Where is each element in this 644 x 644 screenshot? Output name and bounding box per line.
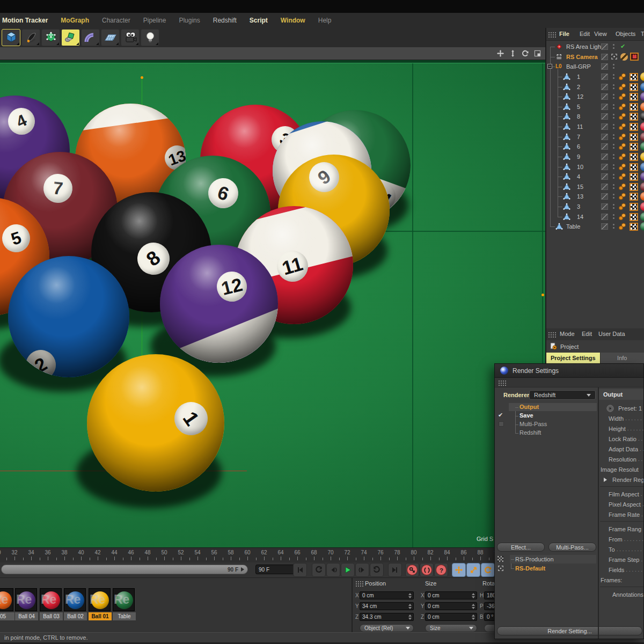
size-z-field[interactable]: 0 cm (425, 613, 477, 621)
uvw-tag[interactable] (630, 193, 638, 201)
phong-tag-icon[interactable] (618, 113, 626, 121)
rs-tree-multi-pass[interactable]: Multi-Pass (519, 421, 547, 427)
material-tag[interactable] (640, 72, 644, 81)
rotation-p-field[interactable]: -36 (484, 602, 494, 610)
target-icon[interactable] (497, 565, 504, 572)
rs-preset-rs-default[interactable]: RS-Default (515, 565, 545, 572)
pan-view-button[interactable] (496, 49, 505, 58)
goto-prev-key-button[interactable] (312, 563, 326, 577)
material-tag[interactable] (640, 122, 644, 131)
size-x-field[interactable]: 0 cm (425, 591, 477, 599)
rs-row-image-resolut[interactable]: Image Resolut (599, 464, 644, 474)
phong-tag-icon[interactable] (618, 143, 626, 151)
dot-toggles[interactable] (613, 142, 614, 150)
goto-start-button[interactable] (293, 563, 307, 577)
visibility-toggle[interactable] (601, 74, 608, 80)
camera-tag[interactable] (630, 53, 639, 61)
model-tool-button[interactable] (41, 29, 60, 46)
dot-toggles[interactable] (613, 122, 614, 130)
dot-toggles[interactable] (613, 222, 614, 230)
camera-tool-button[interactable] (121, 29, 140, 46)
visibility-toggle[interactable] (601, 203, 608, 210)
uvw-tag[interactable] (630, 123, 638, 131)
maximize-view-button[interactable] (533, 49, 542, 58)
uvw-tag[interactable] (630, 213, 638, 221)
material-tag[interactable] (640, 112, 644, 121)
visibility-toggle[interactable] (601, 113, 608, 120)
material-tag[interactable] (640, 142, 644, 151)
rs-tree-redshift[interactable]: Redshift (519, 429, 541, 436)
material-label-ball-02[interactable]: Ball 02 (64, 612, 87, 620)
target-icon[interactable] (611, 53, 618, 60)
object-row-6[interactable]: 6 (546, 142, 644, 151)
material-tag[interactable] (640, 213, 644, 221)
phong-tag-icon[interactable] (618, 133, 626, 141)
field-stepper[interactable] (472, 593, 475, 598)
material-tag[interactable] (640, 92, 644, 101)
position-x-field[interactable]: 0 cm (360, 591, 414, 599)
visibility-toggle[interactable] (601, 93, 608, 100)
light-tool-button[interactable] (141, 29, 159, 46)
goto-prev-frame-button[interactable] (326, 563, 340, 577)
uvw-tag[interactable] (630, 203, 638, 211)
expander-icon[interactable]: − (547, 64, 552, 69)
size-y-field[interactable]: 0 cm (425, 602, 477, 610)
uvw-tag[interactable] (630, 153, 638, 161)
material-tag[interactable] (640, 83, 644, 91)
phong-tag-icon[interactable] (618, 123, 626, 131)
rs-row-annotations[interactable]: Annotations (599, 589, 644, 599)
object-row-table[interactable]: Table (546, 222, 644, 231)
enabled-check-icon[interactable]: ✔ (620, 43, 625, 50)
floor-tool-button[interactable] (101, 29, 120, 46)
object-row-14[interactable]: 14 (546, 212, 644, 222)
dot-toggles[interactable] (613, 163, 614, 171)
object-row-10[interactable]: 10 (546, 162, 644, 172)
coords-dropdown-object-rel-[interactable]: Object (Rel) (360, 624, 414, 632)
rs-row-film-aspect[interactable]: Film Aspect . . . . . . . . . . . . . (599, 489, 644, 499)
object-row-3[interactable]: 3 (546, 202, 644, 211)
om-menu-objects[interactable]: Objects (616, 31, 635, 37)
object-row-rs-camera[interactable]: RS Camera (546, 52, 644, 62)
visibility-toggle[interactable] (601, 84, 608, 90)
material-tag[interactable] (640, 192, 644, 201)
material-thumb-ball-04[interactable]: Re (15, 588, 37, 611)
dot-toggles[interactable] (613, 72, 614, 80)
material-thumb-ball-01[interactable]: Re (89, 588, 111, 611)
uvw-tag[interactable] (630, 93, 638, 101)
phong-tag-icon[interactable] (618, 173, 626, 181)
uvw-tag[interactable] (630, 83, 638, 91)
position-y-field[interactable]: 34 cm (360, 602, 414, 610)
uvw-tag[interactable] (630, 73, 638, 81)
ball-2[interactable]: 2 (8, 256, 129, 377)
object-row-8[interactable]: 8 (546, 112, 644, 121)
uvw-tag[interactable] (630, 183, 638, 191)
rs-row-frame-step[interactable]: Frame Step . . . . . . . . . . . . . (599, 554, 644, 565)
field-stepper[interactable] (408, 593, 412, 598)
uvw-tag[interactable] (630, 173, 638, 181)
visibility-toggle[interactable] (601, 153, 608, 160)
uvw-tag[interactable] (630, 133, 638, 141)
rs-row-render-regi[interactable]: Render Regi (599, 474, 644, 485)
coords-dropdown-size[interactable]: Size (425, 624, 477, 632)
menu-mograph[interactable]: MoGraph (61, 17, 89, 24)
dot-toggles[interactable] (613, 133, 614, 141)
uvw-tag[interactable] (630, 163, 638, 171)
phong-tag-icon[interactable] (618, 103, 626, 111)
field-stepper[interactable] (472, 604, 475, 609)
om-menu-tags[interactable]: Tags (641, 31, 644, 37)
object-row-4[interactable]: 4 (546, 172, 644, 181)
visibility-toggle[interactable] (601, 214, 608, 220)
render-setting-button[interactable]: Render Setting... (497, 626, 642, 635)
object-row-1[interactable]: 1 (546, 72, 644, 82)
cube-tool-button[interactable] (2, 29, 20, 46)
rs-row-resolution[interactable]: Resolution . . . . . . . . . . . . . (599, 454, 644, 464)
record-help-button[interactable]: ? (434, 563, 448, 577)
ball-12[interactable]: 12 (160, 245, 278, 363)
bend-tool-button[interactable] (81, 29, 100, 46)
am-menu-user-data[interactable]: User Data (598, 331, 625, 337)
save-enabled-check-icon[interactable]: ✔ (498, 412, 503, 419)
visibility-toggle[interactable] (601, 173, 608, 180)
material-label-table[interactable]: Table (113, 612, 136, 620)
record-key-button[interactable] (405, 563, 419, 577)
rotation-b-field[interactable]: 0 ° (484, 613, 494, 621)
